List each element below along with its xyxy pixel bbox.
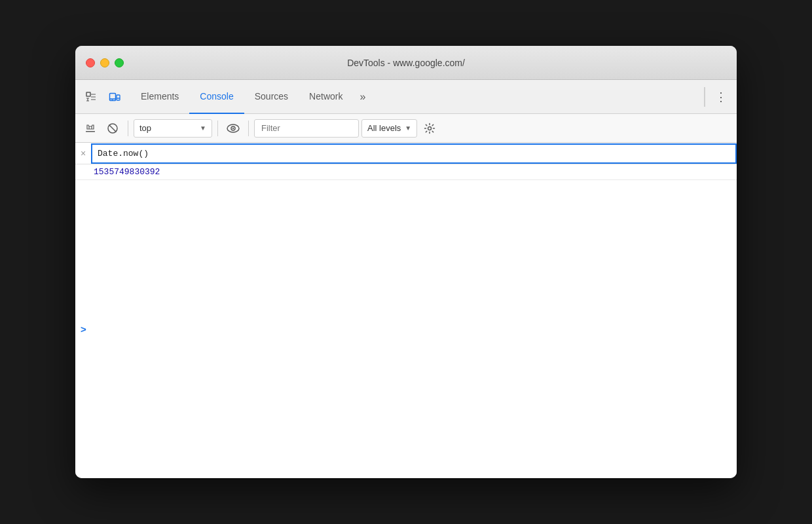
tab-sources[interactable]: Sources [244, 80, 299, 114]
console-input-entry: × [75, 143, 737, 164]
minimize-button[interactable] [100, 58, 109, 67]
log-levels-selector[interactable]: All levels ▼ [361, 119, 417, 138]
svg-line-10 [109, 124, 117, 132]
console-result: 1535749830392 [75, 164, 737, 180]
toolbar-divider-1 [128, 121, 128, 136]
tabs-bar: Elements Console Sources Network » ⋮ [75, 80, 737, 114]
devtools-menu-button[interactable]: ⋮ [710, 86, 731, 107]
console-settings-button[interactable] [420, 119, 439, 138]
svg-point-13 [232, 127, 234, 128]
prompt-chevron-icon: > [81, 324, 86, 335]
devtools-window: DevTools - www.google.com/ [75, 46, 737, 478]
svg-rect-2 [117, 95, 120, 100]
tab-network[interactable]: Network [299, 80, 353, 114]
toolbar-divider-3 [248, 121, 249, 136]
window-title: DevTools - www.google.com/ [347, 58, 465, 68]
console-input[interactable] [91, 143, 737, 164]
context-selector-arrow: ▼ [200, 124, 206, 132]
filter-input[interactable] [254, 119, 359, 138]
maximize-button[interactable] [115, 58, 124, 67]
toolbar-divider-2 [217, 121, 218, 136]
console-prompt-area[interactable]: > [75, 180, 737, 478]
close-button[interactable] [86, 58, 95, 67]
console-toolbar: top ▼ All levels ▼ [75, 114, 737, 143]
watch-expressions-button[interactable] [223, 119, 243, 138]
context-selector[interactable]: top ▼ [134, 119, 212, 138]
tab-elements[interactable]: Elements [130, 80, 189, 114]
tab-console[interactable]: Console [189, 80, 244, 114]
inspect-element-button[interactable] [81, 86, 101, 107]
clear-console-button[interactable] [81, 119, 100, 138]
no-icon-button[interactable] [103, 119, 122, 138]
traffic-lights [86, 58, 124, 67]
svg-rect-6 [86, 131, 95, 132]
svg-rect-1 [110, 93, 116, 100]
svg-rect-0 [86, 92, 90, 96]
console-content: × 1535749830392 > [75, 143, 737, 478]
tabs-more-button[interactable]: » [353, 80, 372, 114]
devtools-icon-group [81, 86, 125, 107]
titlebar: DevTools - www.google.com/ [75, 46, 737, 80]
device-toolbar-button[interactable] [104, 86, 125, 107]
cancel-input-button[interactable]: × [75, 143, 91, 164]
levels-arrow-icon: ▼ [405, 124, 411, 132]
svg-point-5 [112, 99, 113, 100]
tab-bar-divider [704, 87, 705, 107]
svg-point-14 [428, 126, 432, 130]
